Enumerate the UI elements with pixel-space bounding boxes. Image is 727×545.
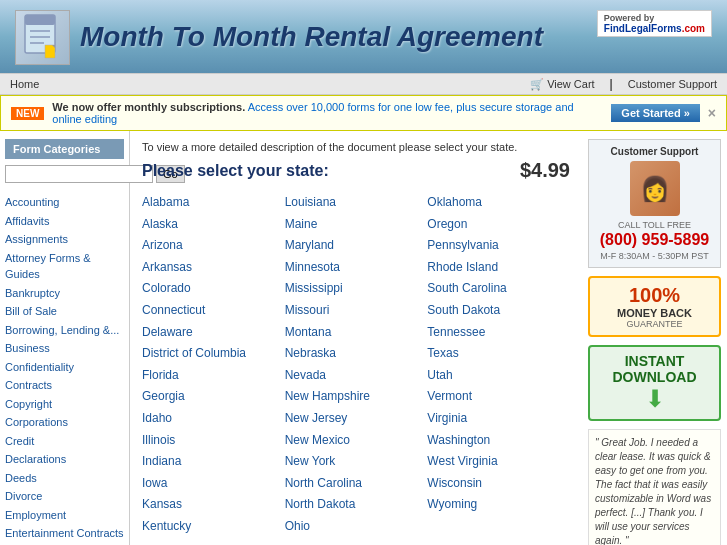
state-link[interactable]: Kentucky [142, 516, 285, 538]
logo-name: FindLegalForms.com [604, 23, 705, 34]
state-link[interactable]: Oklahoma [427, 192, 570, 214]
state-link[interactable]: Nevada [285, 365, 428, 387]
state-link[interactable]: Nebraska [285, 343, 428, 365]
sidebar-link[interactable]: Corporations [5, 413, 124, 432]
state-link[interactable]: Georgia [142, 386, 285, 408]
promo-close-button[interactable]: × [708, 105, 716, 121]
page-title: Month To Month Rental Agreement [80, 22, 543, 53]
state-link[interactable]: Vermont [427, 386, 570, 408]
state-link[interactable]: Utah [427, 365, 570, 387]
promo-bar: NEW We now offer monthly subscriptions. … [0, 95, 727, 131]
state-link[interactable]: New Mexico [285, 430, 428, 452]
state-link[interactable]: Maine [285, 214, 428, 236]
cs-phone: (800) 959-5899 [595, 230, 714, 251]
state-link[interactable]: North Dakota [285, 494, 428, 516]
sidebar-link[interactable]: Assignments [5, 230, 124, 249]
testimonial-text: " Great Job. I needed a clear lease. It … [595, 436, 714, 545]
view-cart-label: View Cart [547, 78, 594, 90]
state-link[interactable]: Rhode Island [427, 257, 570, 279]
content-intro: To view a more detailed description of t… [142, 141, 570, 153]
state-link[interactable]: Washington [427, 430, 570, 452]
header-left: Month To Month Rental Agreement [15, 10, 543, 65]
sidebar-link[interactable]: Copyright [5, 395, 124, 414]
promo-new-badge: NEW [11, 107, 44, 120]
state-link[interactable]: North Carolina [285, 473, 428, 495]
state-link[interactable]: Florida [142, 365, 285, 387]
sidebar-link[interactable]: Declarations [5, 450, 124, 469]
state-link[interactable]: Alaska [142, 214, 285, 236]
state-link[interactable]: New Jersey [285, 408, 428, 430]
sidebar-link[interactable]: Attorney Forms & Guides [5, 249, 124, 284]
price-display: $4.99 [520, 159, 570, 182]
state-link[interactable]: Virginia [427, 408, 570, 430]
state-link[interactable]: Indiana [142, 451, 285, 473]
state-link[interactable]: New Hampshire [285, 386, 428, 408]
state-link[interactable]: South Carolina [427, 278, 570, 300]
state-link[interactable]: Wyoming [427, 494, 570, 516]
download-arrow-icon: ⬇ [596, 385, 713, 413]
nav-bar: Home 🛒 View Cart | Customer Support [0, 73, 727, 95]
state-link[interactable]: West Virginia [427, 451, 570, 473]
search-box: Go [5, 165, 124, 183]
state-link[interactable]: Alabama [142, 192, 285, 214]
select-state-title: Please select your state: [142, 162, 329, 180]
states-grid: AlabamaAlaskaArizonaArkansasColoradoConn… [142, 192, 570, 538]
money-back-percent: 100% [596, 284, 713, 307]
state-link[interactable]: Tennessee [427, 322, 570, 344]
document-icon [15, 10, 70, 65]
states-column-1: AlabamaAlaskaArizonaArkansasColoradoConn… [142, 192, 285, 538]
get-started-button[interactable]: Get Started » [611, 104, 699, 122]
powered-by-text: Powered by [604, 13, 705, 23]
sidebar-link[interactable]: Credit [5, 432, 124, 451]
state-link[interactable]: Louisiana [285, 192, 428, 214]
state-link[interactable]: Wisconsin [427, 473, 570, 495]
sidebar-link[interactable]: Entertainment Contracts ... [5, 524, 124, 545]
sidebar-link[interactable]: Divorce [5, 487, 124, 506]
state-link[interactable]: South Dakota [427, 300, 570, 322]
view-cart-link[interactable]: 🛒 View Cart [530, 78, 595, 91]
state-link[interactable]: New York [285, 451, 428, 473]
header-right: Powered by FindLegalForms.com [597, 10, 712, 37]
cs-avatar: 👩 [630, 161, 680, 216]
state-link[interactable]: Maryland [285, 235, 428, 257]
sidebar-link[interactable]: Borrowing, Lending &... [5, 321, 124, 340]
sidebar-link[interactable]: Employment [5, 506, 124, 525]
state-link[interactable]: Texas [427, 343, 570, 365]
state-link[interactable]: Montana [285, 322, 428, 344]
state-link[interactable]: Colorado [142, 278, 285, 300]
state-link[interactable]: Delaware [142, 322, 285, 344]
customer-support-link[interactable]: Customer Support [628, 78, 717, 90]
nav-home[interactable]: Home [10, 77, 39, 91]
state-link[interactable]: Oregon [427, 214, 570, 236]
brand-logo: Powered by FindLegalForms.com [597, 10, 712, 37]
state-link[interactable]: Missouri [285, 300, 428, 322]
sidebar-link[interactable]: Business [5, 339, 124, 358]
states-column-2: LouisianaMaineMarylandMinnesotaMississip… [285, 192, 428, 538]
sidebar-link[interactable]: Bill of Sale [5, 302, 124, 321]
state-link[interactable]: Iowa [142, 473, 285, 495]
state-link[interactable]: District of Columbia [142, 343, 285, 365]
state-link[interactable]: Connecticut [142, 300, 285, 322]
state-link[interactable]: Mississippi [285, 278, 428, 300]
state-link[interactable]: Illinois [142, 430, 285, 452]
state-link[interactable]: Ohio [285, 516, 428, 538]
cart-icon: 🛒 [530, 78, 544, 90]
state-link[interactable]: Arkansas [142, 257, 285, 279]
state-link[interactable]: Idaho [142, 408, 285, 430]
home-link[interactable]: Home [10, 78, 39, 90]
state-link[interactable]: Pennsylvania [427, 235, 570, 257]
state-header: Please select your state: $4.99 [142, 159, 570, 182]
states-column-3: OklahomaOregonPennsylvaniaRhode IslandSo… [427, 192, 570, 538]
customer-support-box: Customer Support 👩 CALL TOLL FREE (800) … [588, 139, 721, 268]
sidebar-link[interactable]: Bankruptcy [5, 284, 124, 303]
sidebar-link[interactable]: Affidavits [5, 212, 124, 231]
sidebar-link[interactable]: Deeds [5, 469, 124, 488]
sidebar-link[interactable]: Contracts [5, 376, 124, 395]
sidebar-link[interactable]: Confidentiality [5, 358, 124, 377]
sidebar-link[interactable]: Accounting [5, 193, 124, 212]
sidebar-title: Form Categories [5, 139, 124, 159]
main-content: To view a more detailed description of t… [130, 131, 582, 545]
state-link[interactable]: Arizona [142, 235, 285, 257]
state-link[interactable]: Minnesota [285, 257, 428, 279]
state-link[interactable]: Kansas [142, 494, 285, 516]
